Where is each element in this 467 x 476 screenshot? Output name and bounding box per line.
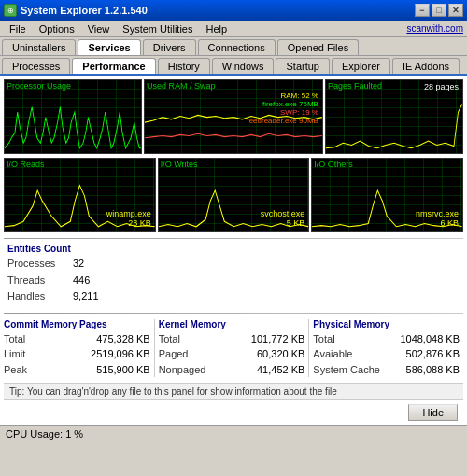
kernel-nonpaged-value: 41,452 KB	[257, 362, 304, 378]
entities-row-processes: Processes 32	[7, 256, 460, 273]
entities-section: Entities Count Processes 32 Threads 446 …	[4, 242, 463, 307]
commit-peak-value: 515,900 KB	[96, 362, 150, 378]
entities-threads-value: 446	[73, 273, 90, 289]
commit-limit-row: Limit 2519,096 KB	[4, 346, 150, 362]
tab-performance[interactable]: Performance	[72, 58, 155, 74]
physical-total-label: Total	[313, 331, 334, 347]
tab-windows[interactable]: Windows	[212, 58, 275, 74]
window-controls: − □ ✕	[415, 4, 463, 17]
entities-threads-label: Threads	[7, 273, 73, 289]
tab-opened-files[interactable]: Opened Files	[277, 39, 359, 55]
tab-history[interactable]: History	[158, 58, 210, 74]
cpu-status: CPU Usage: 1 %	[6, 428, 83, 440]
tip-bar: Tip: You can drag'n'drop any file to thi…	[4, 383, 463, 400]
tab-connections[interactable]: Connections	[198, 39, 276, 55]
io-others-label: I/O Others	[312, 159, 355, 170]
entities-row-handles: Handles 9,211	[7, 288, 460, 305]
physical-cache-value: 586,088 KB	[406, 362, 460, 378]
divider-1	[4, 238, 463, 239]
tab-processes[interactable]: Processes	[2, 58, 70, 74]
kernel-total-row: Total 101,772 KB	[159, 331, 305, 347]
menu-bar: File Options View System Utilities Help …	[0, 21, 467, 37]
divider-2	[4, 313, 463, 314]
main-panel: Processor Usage Used RAM / Swap RAM: 52 …	[0, 76, 467, 425]
kernel-total-label: Total	[159, 331, 180, 347]
menu-options[interactable]: Options	[34, 22, 80, 35]
ram-swap-chart-label: Used RAM / Swap	[145, 80, 218, 91]
menu-file[interactable]: File	[4, 22, 32, 35]
commit-limit-value: 2519,096 KB	[91, 346, 150, 362]
commit-total-row: Total 475,328 KB	[4, 331, 150, 347]
physical-cache-row: System Cache 586,088 KB	[313, 362, 460, 378]
kernel-paged-value: 60,320 KB	[257, 346, 304, 362]
kernel-paged-row: Paged 60,320 KB	[159, 346, 305, 362]
minimize-button[interactable]: −	[415, 4, 430, 17]
kernel-total-value: 101,772 KB	[251, 331, 305, 347]
pages-faulted-chart-label: Pages Faulted	[326, 80, 384, 91]
kernel-paged-label: Paged	[159, 346, 189, 362]
tab-row-primary: Uninstallers Services Drivers Connection…	[0, 37, 467, 56]
brand-link[interactable]: scanwith.com	[406, 23, 463, 34]
commit-peak-row: Peak 515,900 KB	[4, 362, 150, 378]
kernel-memory-title: Kernel Memory	[159, 319, 305, 329]
physical-total-row: Total 1048,048 KB	[313, 331, 460, 347]
commit-total-label: Total	[4, 331, 25, 347]
entities-title: Entities Count	[7, 244, 460, 254]
tab-drivers[interactable]: Drivers	[143, 39, 196, 55]
kernel-nonpaged-row: Nonpaged 41,452 KB	[159, 362, 305, 378]
io-reads-chart: I/O Reads winamp.exe 23 KB	[4, 158, 156, 232]
tab-ie-addons[interactable]: IE Addons	[392, 58, 460, 74]
physical-cache-label: System Cache	[313, 362, 380, 378]
entities-processes-label: Processes	[7, 256, 73, 273]
physical-total-value: 1048,048 KB	[400, 331, 460, 347]
commit-peak-label: Peak	[4, 362, 27, 378]
io-writes-label: I/O Writes	[159, 159, 200, 170]
bottom-bar: Hide	[4, 400, 463, 425]
physical-available-value: 502,876 KB	[406, 346, 460, 362]
app-title: System Explorer 1.2.1.540	[21, 5, 148, 16]
kernel-memory-group: Kernel Memory Total 101,772 KB Paged 60,…	[155, 319, 310, 378]
io-reads-label: I/O Reads	[5, 159, 47, 170]
physical-available-row: Avaiable 502,876 KB	[313, 346, 460, 362]
pages-faulted-value: 28 pages	[424, 82, 459, 91]
hide-button[interactable]: Hide	[408, 404, 458, 421]
status-bar: CPU Usage: 1 %	[0, 425, 467, 441]
physical-memory-title: Physical Memory	[313, 319, 460, 329]
tab-row-secondary: Processes Performance History Windows St…	[0, 56, 467, 76]
tab-uninstallers[interactable]: Uninstallers	[2, 39, 76, 55]
menu-help[interactable]: Help	[201, 22, 234, 35]
physical-available-label: Avaiable	[313, 346, 352, 362]
close-button[interactable]: ✕	[448, 4, 463, 17]
menu-items: File Options View System Utilities Help	[4, 22, 233, 35]
entities-handles-label: Handles	[7, 288, 73, 305]
processor-usage-chart: Processor Usage	[4, 79, 142, 154]
commit-memory-title: Commit Memory Pages	[4, 319, 150, 329]
io-writes-chart: I/O Writes svchost.exe 5 KB	[158, 158, 310, 232]
menu-system-utilities[interactable]: System Utilities	[117, 22, 198, 35]
ram-swap-chart: Used RAM / Swap RAM: 52 % firefox.exe 76…	[144, 79, 323, 154]
entities-row-threads: Threads 446	[7, 273, 460, 289]
physical-memory-group: Physical Memory Total 1048,048 KB Avaiab…	[309, 319, 463, 378]
tab-startup[interactable]: Startup	[276, 58, 329, 74]
stats-section: Commit Memory Pages Total 475,328 KB Lim…	[4, 317, 463, 380]
pages-faulted-chart: Pages Faulted 28 pages	[325, 79, 463, 154]
maximize-button[interactable]: □	[432, 4, 446, 17]
entities-processes-value: 32	[73, 256, 84, 273]
commit-limit-label: Limit	[4, 346, 25, 362]
commit-total-value: 475,328 KB	[96, 331, 150, 347]
tab-services[interactable]: Services	[78, 39, 140, 55]
title-bar: ⊕ System Explorer 1.2.1.540 − □ ✕	[0, 0, 467, 21]
io-others-chart: I/O Others nmsrvc.exe 6 KB	[311, 158, 463, 232]
kernel-nonpaged-label: Nonpaged	[159, 362, 206, 378]
charts-row-1: Processor Usage Used RAM / Swap RAM: 52 …	[4, 79, 463, 154]
menu-view[interactable]: View	[82, 22, 116, 35]
app-icon: ⊕	[4, 4, 17, 17]
processor-chart-label: Processor Usage	[5, 80, 73, 91]
entities-handles-value: 9,211	[73, 288, 99, 305]
commit-memory-group: Commit Memory Pages Total 475,328 KB Lim…	[4, 319, 155, 378]
tab-explorer[interactable]: Explorer	[332, 58, 390, 74]
charts-row-2: I/O Reads winamp.exe 23 KB I/O Writes sv…	[4, 158, 463, 232]
